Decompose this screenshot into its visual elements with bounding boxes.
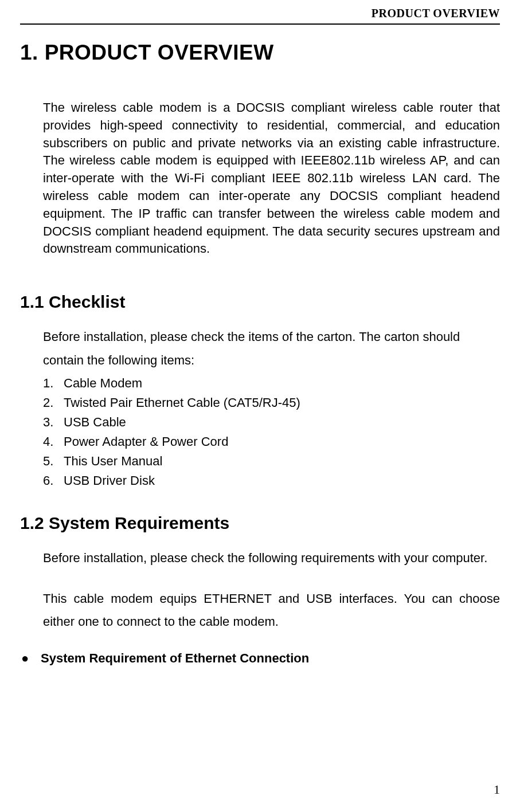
header-rule: [20, 23, 500, 25]
list-item: 2. Twisted Pair Ethernet Cable (CAT5/RJ-…: [43, 393, 500, 413]
bullet-icon: ●: [20, 651, 41, 666]
section-1-2-para2: This cable modem equips ETHERNET and USB…: [43, 587, 500, 634]
list-item: 1. Cable Modem: [43, 374, 500, 393]
section-1-paragraph: The wireless cable modem is a DOCSIS com…: [43, 99, 500, 258]
running-header: PRODUCT OVERVIEW: [20, 0, 500, 20]
list-item-text: USB Cable: [64, 413, 126, 432]
list-item-number: 3.: [43, 413, 64, 432]
checklist: 1. Cable Modem 2. Twisted Pair Ethernet …: [43, 374, 500, 491]
page-number: 1: [494, 782, 500, 797]
section-1-1-heading: 1.1 Checklist: [20, 292, 500, 312]
list-item-text: Twisted Pair Ethernet Cable (CAT5/RJ-45): [64, 393, 300, 413]
list-item: 4. Power Adapter & Power Cord: [43, 432, 500, 452]
list-item-number: 1.: [43, 374, 64, 393]
bullet-label: System Requirement of Ethernet Connectio…: [41, 651, 309, 666]
list-item-number: 6.: [43, 471, 64, 491]
list-item: 5. This User Manual: [43, 452, 500, 471]
list-item-number: 4.: [43, 432, 64, 452]
list-item-text: This User Manual: [64, 452, 162, 471]
section-1-heading: 1. PRODUCT OVERVIEW: [20, 41, 500, 65]
section-1-2-para1: Before installation, please check the fo…: [43, 547, 500, 570]
list-item-text: Cable Modem: [64, 374, 142, 393]
list-item: 3. USB Cable: [43, 413, 500, 432]
list-item-number: 5.: [43, 452, 64, 471]
checklist-intro: Before installation, please check the it…: [43, 325, 500, 372]
list-item-number: 2.: [43, 393, 64, 413]
running-title: PRODUCT OVERVIEW: [372, 7, 500, 19]
list-item-text: Power Adapter & Power Cord: [64, 432, 228, 452]
list-item: 6. USB Driver Disk: [43, 471, 500, 491]
bullet-item: ● System Requirement of Ethernet Connect…: [20, 651, 500, 666]
list-item-text: USB Driver Disk: [64, 471, 155, 491]
section-1-2-heading: 1.2 System Requirements: [20, 513, 500, 533]
